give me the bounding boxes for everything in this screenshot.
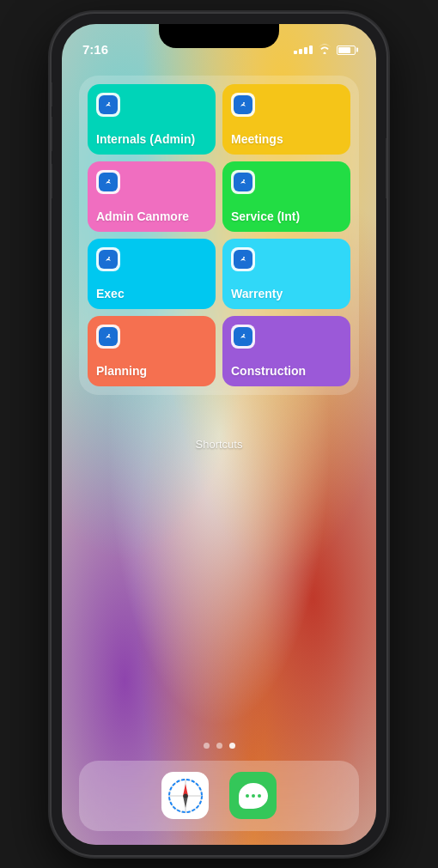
- widget-internals-admin[interactable]: Internals (Admin): [88, 84, 216, 155]
- svg-point-7: [243, 179, 245, 181]
- page-dot-1: [204, 743, 210, 749]
- widget-icon-admin-canmore: [96, 170, 120, 194]
- widget-planning[interactable]: Planning: [88, 316, 216, 386]
- widget-icon-warrenty: [231, 247, 255, 271]
- widget-admin-canmore[interactable]: Admin Canmore: [88, 161, 216, 232]
- widget-label-warrenty: Warrenty: [231, 287, 342, 300]
- battery-icon: [337, 46, 356, 55]
- widget-label-planning: Planning: [96, 364, 207, 378]
- widget-label-service-int: Service (Int): [231, 209, 342, 223]
- wifi-icon: [318, 44, 332, 57]
- page-dots: [62, 743, 376, 749]
- widget-icon-construction: [231, 325, 255, 349]
- svg-point-9: [108, 257, 110, 258]
- svg-point-3: [243, 102, 245, 104]
- svg-point-15: [243, 334, 245, 336]
- status-icons: [294, 44, 356, 57]
- widget-label-meetings: Meetings: [231, 132, 342, 146]
- svg-point-23: [183, 793, 187, 798]
- widget-construction[interactable]: Construction: [222, 316, 350, 386]
- widget-grid: Internals (Admin) Meetings Admin Canmore…: [88, 84, 350, 386]
- phone-frame: 7:16: [52, 14, 386, 855]
- page-dot-2: [216, 743, 222, 749]
- status-time: 7:16: [82, 42, 108, 57]
- signal-icon: [294, 46, 313, 54]
- svg-point-1: [108, 102, 110, 104]
- shortcuts-label: Shortcuts: [62, 438, 376, 451]
- widget-meetings[interactable]: Meetings: [222, 84, 350, 155]
- widget-icon-planning: [96, 325, 120, 349]
- volume-down-button[interactable]: [52, 164, 52, 198]
- page-dot-3: [229, 743, 235, 749]
- power-button[interactable]: [386, 138, 386, 198]
- messages-app-icon[interactable]: [229, 772, 277, 819]
- widget-service-int[interactable]: Service (Int): [222, 161, 350, 232]
- safari-app-icon[interactable]: [161, 772, 209, 819]
- widget-icon-meetings: [231, 93, 255, 117]
- widget-exec[interactable]: Exec: [88, 239, 216, 309]
- shortcuts-widget: Internals (Admin) Meetings Admin Canmore…: [79, 76, 359, 395]
- mute-button[interactable]: [52, 82, 52, 106]
- widget-icon-exec: [96, 247, 120, 271]
- svg-point-11: [243, 257, 245, 258]
- widget-label-construction: Construction: [231, 364, 342, 378]
- svg-point-5: [108, 179, 110, 181]
- widget-icon-service-int: [231, 170, 255, 194]
- widget-label-exec: Exec: [96, 287, 207, 300]
- dock: [79, 761, 359, 831]
- svg-point-13: [108, 334, 110, 336]
- widget-icon-internals-admin: [96, 93, 120, 117]
- notch: [159, 24, 279, 48]
- widget-label-admin-canmore: Admin Canmore: [96, 209, 207, 223]
- widget-label-internals-admin: Internals (Admin): [96, 132, 207, 146]
- widget-warrenty[interactable]: Warrenty: [222, 239, 350, 309]
- volume-up-button[interactable]: [52, 117, 52, 151]
- screen: 7:16: [62, 24, 376, 845]
